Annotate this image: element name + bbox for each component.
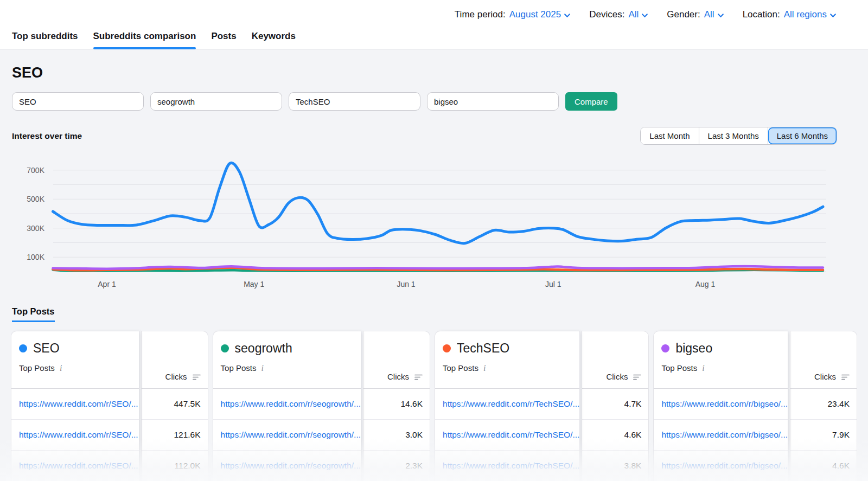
table-row: https://www.reddit.com/r/SEO/...	[11, 389, 139, 420]
chevron-down-icon	[829, 12, 837, 19]
clicks-column-header[interactable]: Clicks	[165, 372, 187, 381]
subreddit-input-4[interactable]	[427, 92, 559, 111]
top-posts-card-bigseo: bigseo Top Postsi https://www.reddit.com…	[653, 331, 857, 481]
chevron-down-icon	[564, 12, 571, 19]
svg-text:500K: 500K	[27, 195, 44, 203]
subreddit-input-3[interactable]	[289, 92, 420, 111]
clicks-value: 3.0K	[363, 420, 430, 451]
table-row: https://www.reddit.com/r/SEO/...	[11, 420, 139, 451]
tab-keywords[interactable]: Keywords	[252, 26, 296, 49]
table-row: https://www.reddit.com/r/seogrowth/...	[213, 451, 361, 481]
compare-button[interactable]: Compare	[565, 92, 617, 111]
clicks-column-header[interactable]: Clicks	[387, 372, 409, 381]
svg-text:700K: 700K	[27, 166, 44, 175]
post-link[interactable]: https://www.reddit.com/r/bigseo/...	[661, 461, 788, 471]
tab-top-subreddits[interactable]: Top subreddits	[12, 26, 78, 49]
posts-column-header: Top Posts	[661, 363, 697, 373]
clicks-value: 121.6K	[142, 420, 208, 451]
post-link[interactable]: https://www.reddit.com/r/bigseo/...	[661, 399, 788, 409]
post-link[interactable]: https://www.reddit.com/r/bigseo/...	[661, 430, 788, 440]
chevron-down-icon	[717, 12, 724, 19]
clicks-value: 4.6K	[582, 420, 648, 451]
clicks-column-header[interactable]: Clicks	[814, 372, 836, 381]
info-icon[interactable]: i	[702, 364, 704, 373]
top-posts-card-seogrowth: seogrowth Top Postsi https://www.reddit.…	[213, 331, 430, 481]
card-subreddit-name: SEO	[33, 341, 60, 356]
svg-text:Jul 1: Jul 1	[545, 280, 561, 288]
interest-over-time-chart: 100K300K500K700KApr 1May 1Jun 1Jul 1Aug …	[11, 151, 868, 293]
subreddit-input-2[interactable]	[150, 92, 282, 111]
post-link[interactable]: https://www.reddit.com/r/SEO/...	[19, 430, 138, 440]
table-row: https://www.reddit.com/r/TechSEO/...	[435, 420, 579, 451]
global-filters: Time period: August 2025 Devices: All Ge…	[455, 0, 837, 29]
clicks-value: 23.4K	[790, 389, 857, 420]
info-icon[interactable]: i	[483, 364, 486, 373]
table-row: https://www.reddit.com/r/seogrowth/...	[213, 389, 361, 420]
post-link[interactable]: https://www.reddit.com/r/SEO/...	[19, 461, 138, 471]
table-row: https://www.reddit.com/r/SEO/...	[11, 451, 139, 481]
svg-text:300K: 300K	[27, 224, 44, 233]
filter-time-period[interactable]: Time period: August 2025	[455, 9, 571, 20]
tab-subreddits-comparison[interactable]: Subreddits comparison	[93, 26, 196, 49]
filter-location[interactable]: Location: All regions	[743, 9, 837, 20]
filter-gender-label: Gender:	[667, 9, 700, 20]
clicks-column-header[interactable]: Clicks	[606, 372, 628, 381]
sort-icon[interactable]	[633, 374, 642, 381]
page-title: SEO	[12, 65, 868, 81]
filter-devices[interactable]: Devices: All	[589, 9, 648, 20]
table-row: https://www.reddit.com/r/TechSEO/...	[435, 451, 579, 481]
clicks-value: 112.0K	[142, 451, 208, 481]
top-posts-cards: SEO Top Postsi https://www.reddit.com/r/…	[11, 331, 857, 481]
posts-column-header: Top Posts	[221, 363, 257, 373]
info-icon[interactable]: i	[261, 364, 263, 373]
filter-location-value: All regions	[784, 9, 827, 20]
filter-gender-value: All	[704, 9, 714, 20]
table-row: https://www.reddit.com/r/bigseo/...	[654, 389, 788, 420]
table-row: https://www.reddit.com/r/TechSEO/...	[435, 389, 579, 420]
post-link[interactable]: https://www.reddit.com/r/TechSEO/...	[443, 461, 579, 471]
top-posts-card-techseo: TechSEO Top Postsi https://www.reddit.co…	[435, 331, 649, 481]
sort-icon[interactable]	[841, 374, 850, 381]
subreddit-input-1[interactable]	[12, 92, 144, 111]
sort-icon[interactable]	[414, 374, 423, 381]
card-subreddit-name: TechSEO	[457, 341, 509, 356]
range-last-3-months-button[interactable]: Last 3 Months	[699, 127, 768, 144]
filter-location-label: Location:	[743, 9, 780, 20]
tab-posts[interactable]: Posts	[211, 26, 236, 49]
post-link[interactable]: https://www.reddit.com/r/seogrowth/...	[221, 430, 361, 440]
post-link[interactable]: https://www.reddit.com/r/TechSEO/...	[443, 430, 579, 440]
post-link[interactable]: https://www.reddit.com/r/TechSEO/...	[443, 399, 579, 409]
range-last-6-months-button[interactable]: Last 6 Months	[768, 127, 837, 144]
top-posts-card-seo: SEO Top Postsi https://www.reddit.com/r/…	[11, 331, 208, 481]
post-link[interactable]: https://www.reddit.com/r/seogrowth/...	[221, 461, 361, 471]
compare-query-row: Compare	[12, 92, 868, 111]
main-tabs: Top subreddits Subreddits comparison Pos…	[12, 26, 296, 49]
series-color-dot-icon	[443, 344, 451, 352]
table-row: https://www.reddit.com/r/seogrowth/...	[213, 420, 361, 451]
clicks-value: 2.3K	[363, 451, 430, 481]
clicks-value: 14.6K	[363, 389, 430, 420]
line-chart-canvas: 100K300K500K700KApr 1May 1Jun 1Jul 1Aug …	[11, 151, 827, 291]
posts-column-header: Top Posts	[19, 363, 55, 373]
top-posts-section-title[interactable]: Top Posts	[12, 306, 55, 322]
clicks-value: 3.8K	[582, 451, 648, 481]
posts-column-header: Top Posts	[443, 363, 478, 373]
sort-icon[interactable]	[192, 374, 201, 381]
filter-time-period-label: Time period:	[455, 9, 506, 20]
clicks-value: 7.9K	[790, 420, 857, 451]
post-link[interactable]: https://www.reddit.com/r/seogrowth/...	[221, 399, 361, 409]
svg-text:100K: 100K	[27, 253, 44, 261]
filter-gender[interactable]: Gender: All	[667, 9, 724, 20]
card-subreddit-name: seogrowth	[235, 341, 292, 356]
clicks-value: 447.5K	[142, 389, 208, 420]
card-subreddit-name: bigseo	[675, 341, 712, 356]
svg-text:Apr 1: Apr 1	[98, 280, 116, 288]
table-row: https://www.reddit.com/r/bigseo/...	[654, 451, 788, 481]
series-color-dot-icon	[221, 344, 229, 352]
svg-text:Jun 1: Jun 1	[397, 280, 415, 288]
series-color-dot-icon	[19, 344, 27, 352]
range-last-month-button[interactable]: Last Month	[641, 127, 699, 144]
filter-devices-value: All	[628, 9, 639, 20]
info-icon[interactable]: i	[60, 364, 62, 373]
post-link[interactable]: https://www.reddit.com/r/SEO/...	[19, 399, 138, 409]
